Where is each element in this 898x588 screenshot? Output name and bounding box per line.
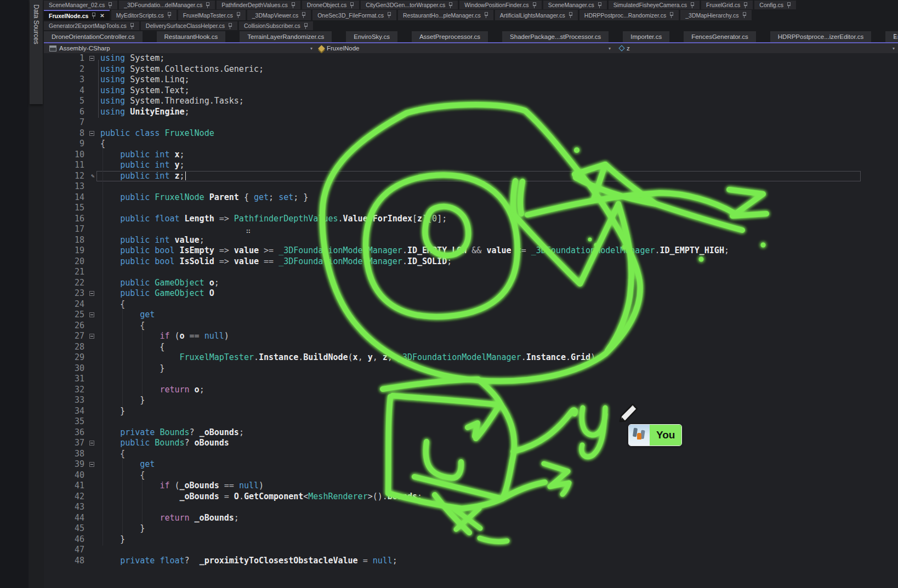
code-line-17[interactable]: 17 xyxy=(44,224,898,235)
tab-_3DMapViewer.cs[interactable]: _3DMapViewer.cs xyxy=(247,10,311,20)
navbar-overflow[interactable]: ▾ xyxy=(893,43,895,53)
fold-collapse-icon[interactable] xyxy=(87,288,99,299)
tab-EnviroSkyMgr.cs[interactable]: EnviroSkyMgr.cs xyxy=(885,31,898,42)
pin-icon[interactable] xyxy=(743,2,748,8)
code-editor[interactable]: 1using System;2using System.Collections.… xyxy=(44,53,898,588)
pin-icon[interactable] xyxy=(387,12,391,18)
code-line-38[interactable]: 38 { xyxy=(44,449,898,460)
tab-SceneManager_02.cs[interactable]: SceneManager_02.cs xyxy=(44,1,117,9)
code-line-40[interactable]: 40 { xyxy=(44,470,898,481)
code-line-1[interactable]: 1using System; xyxy=(44,53,898,64)
fold-collapse-icon[interactable] xyxy=(87,459,99,470)
code-line-23[interactable]: 23 public GameObject O xyxy=(44,288,898,299)
code-line-47[interactable]: 47 xyxy=(44,545,898,556)
project-dropdown-caret[interactable]: ▾ xyxy=(310,43,312,53)
tab-SceneManager.cs[interactable]: SceneManager.cs xyxy=(543,1,607,9)
code-line-16[interactable]: 16 public float Length => PathfinderDept… xyxy=(44,214,898,225)
code-line-37[interactable]: 37 public Bounds? oBounds xyxy=(44,438,898,449)
code-line-34[interactable]: 34 } xyxy=(44,406,898,417)
code-line-9[interactable]: 9{ xyxy=(44,139,898,150)
code-line-5[interactable]: 5using System.Threading.Tasks; xyxy=(44,96,898,107)
tab-Config.cs[interactable]: Config.cs xyxy=(754,1,796,9)
tab-_3DMapHierarchy.cs[interactable]: _3DMapHierarchy.cs xyxy=(680,10,751,20)
code-line-36[interactable]: 36 private Bounds? _oBounds; xyxy=(44,427,898,438)
tab-Generator2ExportMapTools.cs[interactable]: Generator2ExportMapTools.cs xyxy=(44,21,139,30)
data-sources-vertical-tab[interactable]: Data Sources xyxy=(30,0,43,104)
code-line-6[interactable]: 6using UnityEngine; xyxy=(44,107,898,118)
code-line-46[interactable]: 46 } xyxy=(44,534,898,545)
code-line-2[interactable]: 2using System.Collections.Generic; xyxy=(44,64,898,75)
code-line-39[interactable]: 39 get xyxy=(44,459,898,470)
tab-ArtificialLightsManager.cs[interactable]: ArtificialLightsManager.cs xyxy=(495,10,578,20)
pin-icon[interactable] xyxy=(301,12,306,18)
code-line-21[interactable]: 21 xyxy=(44,267,898,278)
pin-icon[interactable] xyxy=(532,2,537,8)
tab-FruxelGrid.cs[interactable]: FruxelGrid.cs xyxy=(701,1,753,9)
tab-overflow-icon[interactable]: ▾ xyxy=(894,33,896,41)
tab-EnviroSky.cs[interactable]: EnviroSky.cs xyxy=(346,31,397,42)
pin-icon[interactable] xyxy=(742,12,747,18)
code-line-4[interactable]: 4using System.Text; xyxy=(44,85,898,96)
pin-icon[interactable] xyxy=(484,12,488,18)
code-line-19[interactable]: 19 public bool IsEmpty => value >= _3DFo… xyxy=(44,246,898,256)
code-line-31[interactable]: 31 xyxy=(44,374,898,385)
tab-FruxelNode.cs[interactable]: FruxelNode.cs✕ xyxy=(44,10,110,20)
code-line-25[interactable]: 25 get xyxy=(44,310,898,321)
code-line-7[interactable]: 7 xyxy=(44,117,898,128)
tab-HDRPPostproc...Randomizer.cs[interactable]: HDRPPostproc...Randomizer.cs xyxy=(579,10,679,20)
code-line-42[interactable]: 42 _oBounds = O.GetComponent<MeshRendere… xyxy=(44,492,898,503)
pin-icon[interactable] xyxy=(107,2,112,8)
code-line-29[interactable]: 29 FruxelMapTester.Instance.BuildNode(x,… xyxy=(44,352,898,363)
code-line-15[interactable]: 15 xyxy=(44,203,898,214)
tab-RestaurantHook.cs[interactable]: RestaurantHook.cs xyxy=(157,31,226,42)
tab-MyEditorScripts.cs[interactable]: MyEditorScripts.cs xyxy=(111,10,177,20)
code-line-41[interactable]: 41 if (_oBounds == null) xyxy=(44,481,898,492)
code-line-26[interactable]: 26 { xyxy=(44,321,898,332)
pin-icon[interactable] xyxy=(597,2,602,8)
tab-FruxelMapTester.cs[interactable]: FruxelMapTester.cs xyxy=(178,10,246,20)
pin-icon[interactable] xyxy=(129,23,134,29)
member-dropdown[interactable]: z xyxy=(619,43,630,53)
tab-DroneOrientationController.cs[interactable]: DroneOrientationController.cs xyxy=(44,31,143,42)
fold-collapse-icon[interactable] xyxy=(87,310,99,321)
code-line-18[interactable]: 18 public int value; xyxy=(44,235,898,246)
tab-TerrainLayerRandomizer.cs[interactable]: TerrainLayerRandomizer.cs xyxy=(240,31,332,42)
pin-icon[interactable] xyxy=(786,2,791,8)
code-line-45[interactable]: 45 } xyxy=(44,523,898,534)
code-line-48[interactable]: 48 private float? _proximityToClosestObs… xyxy=(44,556,898,567)
member-dropdown-caret[interactable]: ▾ xyxy=(609,43,611,53)
pin-icon[interactable] xyxy=(291,2,295,8)
code-line-3[interactable]: 3using System.Linq; xyxy=(44,75,898,85)
code-line-14[interactable]: 14 public FruxelNode Parent { get; set; … xyxy=(44,192,898,203)
pin-icon[interactable] xyxy=(690,2,695,8)
fold-collapse-icon[interactable] xyxy=(87,331,99,342)
code-line-32[interactable]: 32 return o; xyxy=(44,385,898,396)
code-line-10[interactable]: 10 public int x; xyxy=(44,150,898,161)
fold-collapse-icon[interactable] xyxy=(87,438,99,449)
tab-HDRPPostproce...izerEditor.cs[interactable]: HDRPPostproce...izerEditor.cs xyxy=(770,31,872,42)
code-line-35[interactable]: 35 xyxy=(44,416,898,427)
pin-icon[interactable] xyxy=(448,2,453,8)
code-line-13[interactable]: 13 xyxy=(44,181,898,192)
tab-FencesGenerator.cs[interactable]: FencesGenerator.cs xyxy=(684,31,756,42)
code-line-33[interactable]: 33 } xyxy=(44,395,898,406)
code-line-12[interactable]: 12✎ public int z; xyxy=(44,171,898,182)
tab-DroneObject.cs[interactable]: DroneObject.cs xyxy=(302,1,359,9)
code-line-8[interactable]: 8public class FruxelNode xyxy=(44,128,898,139)
pin-icon[interactable] xyxy=(205,2,210,8)
type-dropdown[interactable]: FruxelNode xyxy=(319,43,359,53)
pin-icon[interactable] xyxy=(349,2,354,8)
close-icon[interactable]: ✕ xyxy=(100,13,104,19)
tab-DeliverySurfaceClassHelper.cs[interactable]: DeliverySurfaceClassHelper.cs xyxy=(141,21,237,30)
pin-icon[interactable] xyxy=(669,12,674,18)
pin-icon[interactable] xyxy=(167,12,172,18)
tab-CollisionSubscriber.cs[interactable]: CollisionSubscriber.cs xyxy=(239,21,313,30)
code-line-20[interactable]: 20 public bool IsSolid => value == _3DFo… xyxy=(44,256,898,267)
pin-icon[interactable] xyxy=(568,12,573,18)
fold-collapse-icon[interactable] xyxy=(87,53,99,64)
tab-ShaderPackage...stProcessor.cs[interactable]: ShaderPackage...stProcessor.cs xyxy=(502,31,609,42)
tab-RestaurantHo...pleManager.cs[interactable]: RestaurantHo...pleManager.cs xyxy=(398,10,493,20)
tab-Importer.cs[interactable]: Importer.cs xyxy=(623,31,669,42)
tab-SimulatedFisheyeCamera.cs[interactable]: SimulatedFisheyeCamera.cs xyxy=(609,1,700,9)
code-line-44[interactable]: 44 return _oBounds; xyxy=(44,513,898,524)
